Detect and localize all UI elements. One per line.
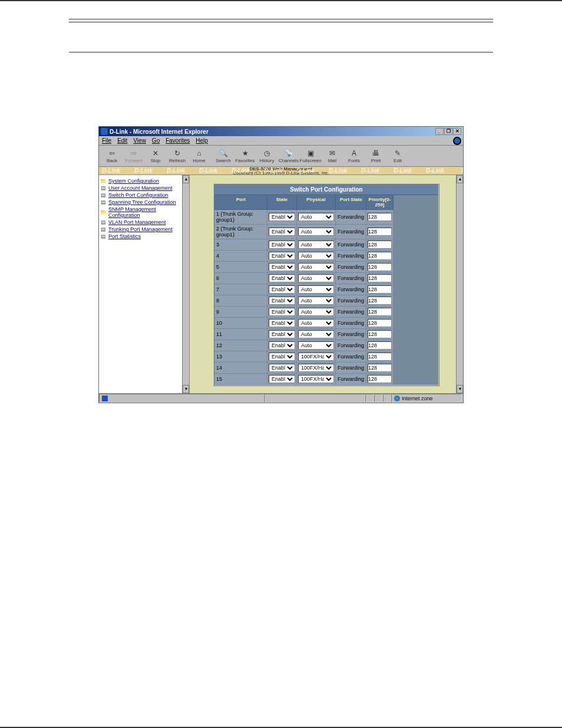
state-select[interactable]: Enable: [269, 228, 295, 236]
physical-select[interactable]: 100FX/Half: [298, 375, 334, 383]
toolbar-forward-button[interactable]: ⇨Forward: [123, 146, 144, 166]
sidebar-scrollbar[interactable]: ▴ ▾: [182, 175, 189, 393]
menu-file[interactable]: File: [102, 137, 111, 144]
scroll-up-icon[interactable]: ▴: [183, 175, 189, 183]
table-row: 7EnableAutoForwarding: [214, 284, 438, 295]
toolbar-favorites-button[interactable]: ★Favorites: [234, 146, 256, 166]
physical-select[interactable]: Auto: [298, 252, 334, 260]
menu-view[interactable]: View: [133, 137, 146, 144]
priority-input[interactable]: [368, 375, 392, 383]
state-select[interactable]: Enable: [269, 285, 295, 294]
physical-select[interactable]: Auto: [298, 330, 334, 338]
toolbar-history-button[interactable]: ◷History: [256, 146, 277, 166]
sidebar-item[interactable]: 📁SNMP Management Configuration: [100, 206, 188, 219]
sidebar-item-label: User Account Management: [108, 185, 173, 191]
status-left: [99, 394, 264, 403]
sidebar-item[interactable]: ▤Port Statistics: [100, 233, 188, 240]
menu-go[interactable]: Go: [152, 137, 160, 144]
zone-icon: [394, 396, 400, 401]
state-select[interactable]: Enable: [269, 308, 295, 316]
physical-select[interactable]: Auto: [298, 319, 334, 327]
table-title: Switch Port Configuration: [214, 185, 438, 195]
toolbar-fullscreen-button[interactable]: ▣Fullscreen: [300, 146, 321, 166]
state-select[interactable]: Enable: [269, 353, 295, 361]
priority-input[interactable]: [368, 330, 392, 338]
minimize-button[interactable]: _: [435, 128, 444, 135]
toolbar-search-button[interactable]: 🔍Search: [213, 146, 234, 166]
state-select[interactable]: Enable: [269, 241, 295, 249]
sidebar-item[interactable]: ▤User Account Management: [100, 185, 188, 192]
physical-select[interactable]: 100FX/Half: [298, 364, 334, 372]
toolbar-mail-button[interactable]: ✉Mail: [322, 146, 343, 166]
state-select[interactable]: Enable: [269, 274, 295, 282]
state-select[interactable]: Enable: [269, 330, 295, 338]
toolbar-fonts-button[interactable]: AFonts: [343, 146, 365, 166]
toolbar-refresh-button[interactable]: ↻Refresh: [167, 146, 188, 166]
port-label: 6: [214, 273, 267, 284]
history-icon: ◷: [262, 149, 272, 158]
physical-select[interactable]: 100FX/Half: [298, 353, 334, 361]
priority-input[interactable]: [368, 274, 392, 282]
port-label: 14: [214, 363, 267, 374]
physical-select[interactable]: Auto: [298, 274, 334, 282]
toolbar: ⇦Back⇨Forward✕Stop↻Refresh⌂Home🔍Search★F…: [99, 146, 463, 167]
priority-input[interactable]: [368, 297, 392, 305]
priority-input[interactable]: [368, 241, 392, 249]
priority-input[interactable]: [368, 341, 392, 350]
main-scrollbar[interactable]: ▴ ▾: [456, 175, 463, 393]
menu-edit[interactable]: Edit: [117, 137, 127, 144]
physical-select[interactable]: Auto: [298, 297, 334, 305]
status-pane: [383, 394, 391, 402]
maximize-button[interactable]: ❐: [444, 128, 452, 135]
priority-input[interactable]: [368, 364, 392, 372]
toolbar-home-button[interactable]: ⌂Home: [189, 146, 210, 166]
toolbar-stop-button[interactable]: ✕Stop: [145, 146, 166, 166]
state-select[interactable]: Enable: [269, 213, 295, 221]
physical-select[interactable]: Auto: [298, 213, 334, 221]
state-select[interactable]: Enable: [269, 375, 295, 383]
window-controls: _ ❐ ✕: [435, 128, 461, 135]
sidebar-item[interactable]: ▤Trunking Port Management: [100, 226, 188, 233]
physical-select[interactable]: Auto: [298, 308, 334, 316]
physical-select[interactable]: Auto: [298, 285, 334, 294]
physical-select[interactable]: Auto: [298, 263, 334, 271]
portstate-label: Forwarding: [336, 239, 366, 251]
state-select[interactable]: Enable: [269, 341, 295, 350]
scroll-down-icon[interactable]: ▾: [183, 385, 189, 393]
portstate-label: Forwarding: [336, 225, 366, 239]
scroll-down-icon[interactable]: ▾: [457, 385, 463, 393]
sidebar-item[interactable]: ▤VLAN Port Management: [100, 219, 188, 226]
state-select[interactable]: Enable: [269, 364, 295, 372]
physical-select[interactable]: Auto: [298, 241, 334, 249]
state-select[interactable]: Enable: [269, 263, 295, 271]
sidebar-item-label: VLAN Port Management: [108, 219, 166, 225]
priority-input[interactable]: [368, 353, 392, 361]
state-select[interactable]: Enable: [269, 252, 295, 260]
state-select[interactable]: Enable: [269, 319, 295, 327]
sidebar-item[interactable]: ▤Spanning Tree Configuration: [100, 199, 188, 206]
physical-select[interactable]: Auto: [298, 341, 334, 350]
toolbar-print-button[interactable]: 🖶Print: [365, 146, 386, 166]
sidebar-item[interactable]: ▤Switch Port Configuration: [100, 192, 188, 199]
toolbar-back-button[interactable]: ⇦Back: [101, 146, 123, 166]
state-select[interactable]: Enable: [269, 297, 295, 305]
table-row: 11EnableAutoForwarding: [214, 329, 438, 340]
menu-help[interactable]: Help: [196, 137, 208, 144]
priority-input[interactable]: [368, 285, 392, 294]
table-row: 5EnableAutoForwarding: [214, 262, 438, 273]
close-button[interactable]: ✕: [453, 128, 461, 135]
priority-input[interactable]: [368, 319, 392, 327]
priority-input[interactable]: [368, 263, 392, 271]
toolbar-channels-button[interactable]: 📡Channels: [278, 146, 299, 166]
physical-select[interactable]: Auto: [298, 228, 334, 236]
scroll-up-icon[interactable]: ▴: [457, 175, 463, 183]
priority-input[interactable]: [368, 252, 392, 260]
menu-favorites[interactable]: Favorites: [166, 137, 190, 144]
sidebar-item[interactable]: 📁System Configuration: [100, 177, 188, 185]
toolbar-edit-button[interactable]: ✎Edit: [387, 146, 408, 166]
priority-input[interactable]: [368, 213, 392, 221]
priority-input[interactable]: [368, 308, 392, 316]
portstate-label: Forwarding: [336, 295, 366, 307]
priority-input[interactable]: [368, 228, 392, 236]
security-zone: Internet zone: [391, 394, 462, 403]
